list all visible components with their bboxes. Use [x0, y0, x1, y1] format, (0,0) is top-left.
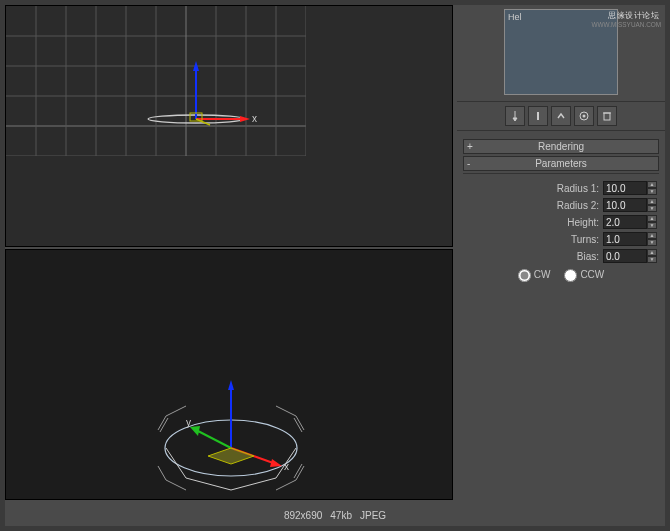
svg-point-52 [583, 115, 586, 118]
rollout-rendering[interactable]: Rendering [463, 139, 659, 154]
svg-line-37 [276, 406, 296, 416]
bias-label: Bias: [577, 251, 599, 262]
radius2-input[interactable] [603, 198, 647, 212]
color-icon[interactable] [574, 106, 594, 126]
object-color-toolbar [457, 101, 665, 131]
spinner-down-icon[interactable]: ▼ [647, 188, 657, 195]
rollout-parameters[interactable]: Parameters [463, 156, 659, 171]
svg-line-41 [276, 480, 296, 490]
radius2-label: Radius 2: [557, 200, 599, 211]
footer-format: JPEG [360, 510, 386, 521]
spinner-down-icon[interactable]: ▼ [647, 205, 657, 212]
pin-icon[interactable] [505, 106, 525, 126]
svg-line-35 [166, 406, 186, 416]
watermark-url: WWW.MISSYUAN.COM [591, 21, 661, 28]
cw-radio[interactable] [518, 269, 531, 282]
object-preview: Hel 思缘设计论坛 WWW.MISSYUAN.COM [504, 9, 618, 95]
ccw-option[interactable]: CCW [564, 269, 604, 282]
svg-marker-44 [228, 380, 234, 390]
svg-line-39 [166, 480, 186, 490]
radius1-input[interactable] [603, 181, 647, 195]
height-label: Height: [567, 217, 599, 228]
svg-line-47 [196, 430, 231, 448]
helix-gizmo-front[interactable]: x [146, 61, 286, 141]
image-footer: 892x690 47kb JPEG [5, 504, 665, 526]
delete-icon[interactable] [597, 106, 617, 126]
svg-marker-25 [240, 116, 250, 122]
link-icon[interactable] [551, 106, 571, 126]
spinner-down-icon[interactable]: ▼ [647, 256, 657, 263]
info-icon[interactable] [528, 106, 548, 126]
collapse-icon [467, 157, 470, 170]
rollout-rendering-title: Rendering [538, 141, 584, 152]
turns-label: Turns: [571, 234, 599, 245]
svg-rect-53 [604, 113, 610, 120]
svg-rect-50 [537, 112, 539, 120]
radius1-label: Radius 1: [557, 183, 599, 194]
axis-x-label: x [252, 113, 257, 124]
object-name-label: Hel [508, 12, 522, 22]
helix-gizmo-perspective[interactable]: x y [116, 360, 346, 500]
axis-y-label-p: y [186, 417, 191, 428]
svg-marker-23 [193, 61, 199, 71]
cw-option[interactable]: CW [518, 269, 551, 282]
ccw-radio[interactable] [564, 269, 577, 282]
svg-marker-48 [190, 426, 200, 436]
footer-dimensions: 892x690 [284, 510, 322, 521]
spinner-up-icon[interactable]: ▲ [647, 249, 657, 256]
bias-input[interactable] [603, 249, 647, 263]
svg-line-40 [158, 466, 166, 480]
svg-marker-46 [270, 459, 282, 467]
spinner-down-icon[interactable]: ▼ [647, 239, 657, 246]
expand-icon [467, 140, 473, 153]
viewport-perspective[interactable]: x y [5, 249, 453, 500]
turns-input[interactable] [603, 232, 647, 246]
svg-marker-49 [208, 448, 254, 464]
rollout-parameters-title: Parameters [535, 158, 587, 169]
spinner-up-icon[interactable]: ▲ [647, 232, 657, 239]
spinner-up-icon[interactable]: ▲ [647, 198, 657, 205]
viewports: x x y [5, 5, 453, 500]
parameters-body: Radius 1: ▲▼ Radius 2: ▲▼ Height: ▲▼ Tur… [463, 173, 659, 288]
spinner-down-icon[interactable]: ▼ [647, 222, 657, 229]
axis-x-label-p: x [284, 461, 289, 472]
spinner-up-icon[interactable]: ▲ [647, 215, 657, 222]
command-panel: Hel 思缘设计论坛 WWW.MISSYUAN.COM Rendering Pa… [457, 5, 665, 500]
spinner-up-icon[interactable]: ▲ [647, 181, 657, 188]
viewport-front[interactable]: x [5, 5, 453, 247]
height-input[interactable] [603, 215, 647, 229]
watermark-text: 思缘设计论坛 [608, 10, 659, 21]
footer-size: 47kb [330, 510, 352, 521]
